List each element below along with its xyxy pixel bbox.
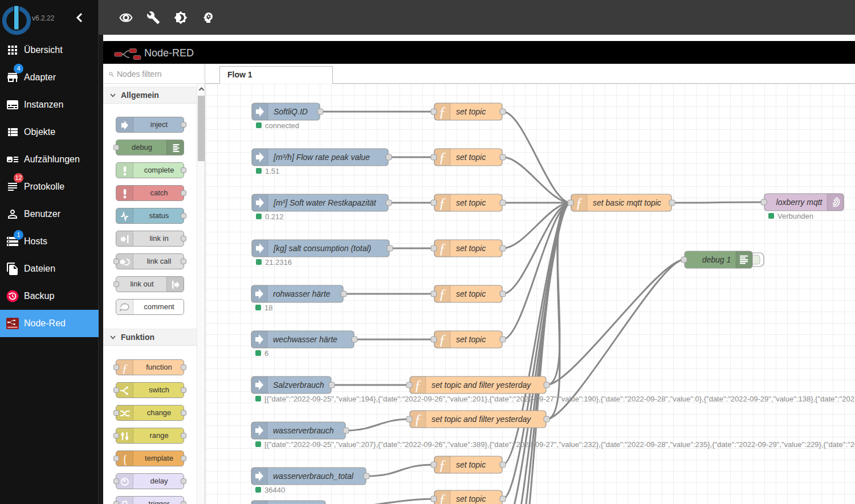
svg-text:18: 18 [264,304,272,312]
svg-text:ƒ: ƒ [439,491,446,504]
svg-text:21.2316: 21.2316 [265,258,292,267]
svg-text:SoftliQ.ID: SoftliQ.ID [274,107,308,116]
svg-text:set topic: set topic [456,460,486,469]
svg-text:set topic: set topic [456,198,486,207]
svg-text:set basic mqtt topic: set basic mqtt topic [593,198,661,207]
svg-text:6: 6 [264,349,268,358]
svg-text:Salzverbrauch: Salzverbrauch [273,380,324,390]
svg-text:ƒ: ƒ [122,361,128,375]
svg-text:ƒ: ƒ [439,195,446,211]
svg-text:ƒ: ƒ [439,149,446,166]
svg-text:wechwasser härte: wechwasser härte [273,335,337,344]
svg-text:loxberry mqtt: loxberry mqtt [776,198,823,207]
svg-text:[m³] Soft water Restkapazität: [m³] Soft water Restkapazität [273,198,377,207]
svg-text:[{"date":"2022-09-25","value":: [{"date":"2022-09-25","value":207},{"dat… [264,440,855,449]
svg-text:set topic: set topic [456,289,486,298]
svg-text:ƒ: ƒ [576,195,583,211]
svg-text:ƒ: ƒ [439,457,446,473]
svg-text:ƒ: ƒ [414,377,422,394]
svg-text:ƒ: ƒ [439,331,446,348]
svg-text:set topic: set topic [456,244,486,253]
svg-text:set topic: set topic [456,153,486,162]
svg-text:{: { [122,453,128,465]
svg-text:wasserverbrauch: wasserverbrauch [273,426,334,435]
svg-text:wasserverbrauch_total: wasserverbrauch_total [273,472,354,481]
svg-text:0.212: 0.212 [265,212,284,221]
svg-text:set topic and filter yesterday: set topic and filter yesterday [431,415,531,424]
svg-text:Verbunden: Verbunden [777,212,813,220]
svg-text:rohwasser härte: rohwasser härte [273,289,331,298]
svg-text:[kg] salt consumption (total): [kg] salt consumption (total) [273,244,371,253]
svg-text:set topic: set topic [456,107,486,116]
svg-text:set topic: set topic [456,494,486,503]
svg-text:[{"date":"2022-09-25","value":: [{"date":"2022-09-25","value":194},{"dat… [264,395,855,403]
svg-text:ƒ: ƒ [439,104,446,120]
svg-text:36440: 36440 [264,486,285,494]
svg-text:set topic: set topic [456,335,486,344]
svg-text:[m³/h] Flow rate peak value: [m³/h] Flow rate peak value [273,153,370,162]
svg-text:connected: connected [265,121,299,130]
svg-text:ƒ: ƒ [414,411,422,428]
svg-text:set topic and filter yesterday: set topic and filter yesterday [431,380,531,390]
svg-text:ƒ: ƒ [439,240,446,257]
svg-text:ƒ: ƒ [439,286,446,302]
svg-text:1.51: 1.51 [265,167,279,175]
svg-text:debug 1: debug 1 [702,255,731,264]
